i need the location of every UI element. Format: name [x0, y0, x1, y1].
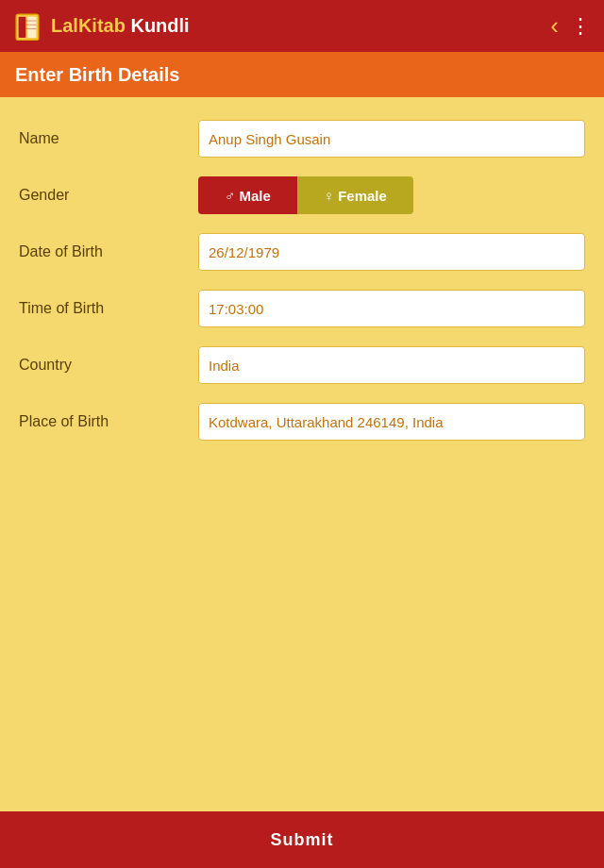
- section-header: Enter Birth Details: [0, 52, 604, 97]
- name-label: Name: [19, 130, 198, 147]
- gender-male-button[interactable]: ♂ Male: [198, 176, 297, 214]
- country-input[interactable]: [198, 346, 585, 384]
- gender-female-button[interactable]: ♀ Female: [297, 176, 413, 214]
- country-label: Country: [19, 357, 198, 374]
- dob-input[interactable]: [198, 233, 585, 271]
- top-navbar: LalKitab Kundli ‹ ⋮: [0, 0, 604, 52]
- back-button[interactable]: ‹: [550, 11, 559, 41]
- dob-label: Date of Birth: [19, 243, 198, 260]
- gender-group: ♂ Male ♀ Female: [198, 176, 413, 214]
- name-row: Name: [19, 120, 585, 158]
- gender-row: Gender ♂ Male ♀ Female: [19, 176, 585, 214]
- gender-label: Gender: [19, 187, 198, 204]
- submit-area: Submit: [0, 811, 604, 868]
- tob-input[interactable]: [198, 290, 585, 327]
- name-input[interactable]: [198, 120, 585, 158]
- place-input[interactable]: [198, 403, 585, 441]
- app-title: LalKitab Kundli: [51, 15, 550, 37]
- form-area: Name Gender ♂ Male ♀ Female Date of Birt…: [0, 97, 604, 811]
- place-label: Place of Birth: [19, 413, 198, 430]
- svg-rect-1: [19, 16, 26, 37]
- dob-row: Date of Birth: [19, 233, 585, 271]
- place-row: Place of Birth: [19, 403, 585, 441]
- submit-button[interactable]: Submit: [271, 830, 334, 850]
- more-menu-button[interactable]: ⋮: [570, 14, 593, 39]
- book-icon: [11, 10, 43, 42]
- tob-row: Time of Birth: [19, 290, 585, 327]
- svg-rect-2: [27, 16, 36, 37]
- section-title: Enter Birth Details: [15, 64, 179, 86]
- country-row: Country: [19, 346, 585, 384]
- tob-label: Time of Birth: [19, 300, 198, 317]
